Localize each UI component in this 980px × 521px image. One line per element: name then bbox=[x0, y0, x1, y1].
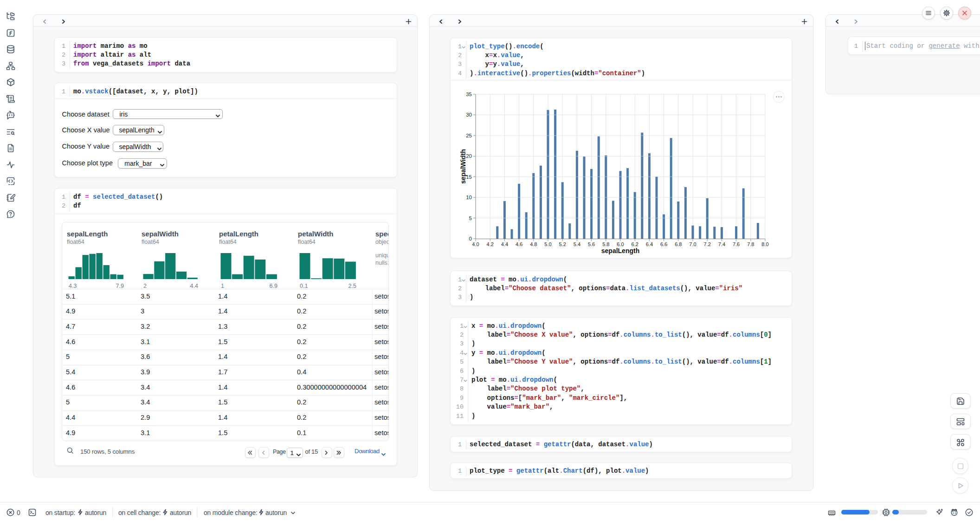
svg-text:5.0: 5.0 bbox=[544, 241, 551, 247]
svg-text:6.8: 6.8 bbox=[675, 241, 682, 247]
svg-text:4.8: 4.8 bbox=[530, 241, 537, 247]
svg-text:6.0: 6.0 bbox=[617, 241, 624, 247]
svg-text:sepalLength: sepalLength bbox=[601, 247, 639, 254]
svg-text:5: 5 bbox=[469, 215, 472, 221]
svg-text:7.2: 7.2 bbox=[704, 241, 711, 247]
svg-text:4.4: 4.4 bbox=[501, 241, 508, 247]
svg-text:5.6: 5.6 bbox=[588, 241, 595, 247]
svg-text:0: 0 bbox=[469, 236, 472, 241]
svg-text:8.0: 8.0 bbox=[761, 241, 768, 247]
svg-text:20: 20 bbox=[466, 153, 472, 159]
svg-text:4.2: 4.2 bbox=[487, 241, 494, 247]
svg-text:sepalWidth: sepalWidth bbox=[459, 149, 467, 184]
svg-text:7.0: 7.0 bbox=[689, 241, 696, 247]
svg-text:7.6: 7.6 bbox=[733, 241, 740, 247]
svg-text:5.4: 5.4 bbox=[574, 241, 580, 247]
svg-text:6.2: 6.2 bbox=[632, 241, 638, 247]
svg-text:35: 35 bbox=[466, 91, 472, 97]
svg-text:10: 10 bbox=[466, 195, 472, 200]
svg-text:25: 25 bbox=[466, 133, 472, 138]
svg-text:6.4: 6.4 bbox=[646, 241, 653, 247]
svg-text:5.2: 5.2 bbox=[559, 241, 566, 247]
svg-text:4.0: 4.0 bbox=[472, 241, 479, 247]
svg-text:6.6: 6.6 bbox=[660, 241, 667, 247]
svg-text:7.4: 7.4 bbox=[718, 241, 725, 247]
svg-text:7.8: 7.8 bbox=[747, 241, 754, 247]
svg-text:5.8: 5.8 bbox=[602, 241, 609, 247]
svg-text:4.6: 4.6 bbox=[516, 241, 522, 247]
svg-text:15: 15 bbox=[466, 174, 472, 180]
svg-text:30: 30 bbox=[466, 112, 472, 117]
